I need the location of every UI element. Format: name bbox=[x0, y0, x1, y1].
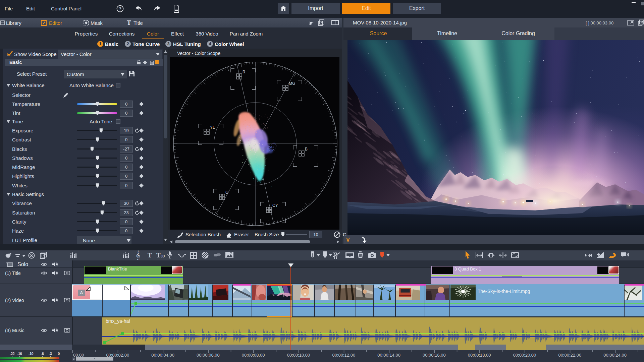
svg-text:G: G bbox=[225, 190, 228, 195]
svg-text:CY: CY bbox=[272, 203, 278, 208]
svg-text:MG: MG bbox=[289, 81, 295, 86]
svg-text:R: R bbox=[243, 70, 246, 74]
svg-text:?: ? bbox=[119, 6, 121, 11]
svg-text:B: B bbox=[305, 147, 308, 152]
svg-text:YL: YL bbox=[210, 125, 215, 130]
